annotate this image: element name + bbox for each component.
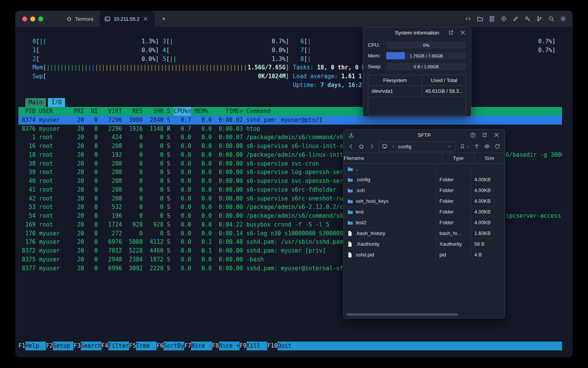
refresh-button[interactable] — [494, 143, 501, 150]
forward-button[interactable] — [368, 143, 375, 150]
close-tab-icon[interactable] — [144, 17, 147, 21]
path-breadcrumb[interactable]: config — [379, 141, 456, 151]
traffic-lights — [22, 16, 43, 21]
minimize-window-button[interactable] — [30, 16, 35, 21]
horizontal-scrollbar[interactable] — [347, 313, 501, 316]
file-row[interactable]: .configFolder4.00KB — [344, 174, 505, 185]
close-window-button[interactable] — [22, 16, 27, 21]
htop-tab-main[interactable]: Main — [25, 98, 46, 107]
cpu-meter-5: 5[||1.3%] — [163, 55, 289, 64]
computer-icon — [381, 143, 388, 150]
show-hidden-files-button[interactable] — [483, 143, 490, 150]
key-icon[interactable] — [524, 15, 531, 22]
swap-usage-row: Swap: 0 B / 1.00GB — [368, 63, 466, 70]
code-icon[interactable] — [465, 15, 472, 22]
file-row[interactable]: sshd.pidpid4 B — [344, 250, 505, 260]
path-segment[interactable]: config — [398, 144, 412, 150]
tab-session-active[interactable]: 10.211.55.2 — [100, 11, 155, 27]
fn-key-F3[interactable]: F3Search — [74, 342, 101, 350]
memory-meter: Mem[||||||||||||||||||||||||||||||||||||… — [33, 63, 289, 72]
column-header-CPU[interactable]: CPU%▽ — [174, 107, 191, 116]
bookmark-icon — [459, 143, 466, 150]
chevron-down-icon[interactable] — [446, 143, 453, 150]
file-row[interactable]: ssh_host_keysFolder4.00KB — [344, 196, 505, 207]
file-row[interactable]: testFolder4.00KB — [344, 207, 505, 217]
fn-key-F5[interactable]: F5Tree — [129, 342, 157, 350]
file-row[interactable]: .XauthorityXauthority58 B — [344, 239, 505, 250]
tab-termora-home[interactable]: Termora — [60, 11, 99, 27]
cpu-usage-row: CPU: 0% — [368, 41, 466, 49]
column-header-RES[interactable]: RES — [126, 107, 143, 116]
filesystem-row[interactable]: /dev/vda1 45.61GB / 58.3... — [368, 86, 466, 97]
fn-key-F9[interactable]: F9Kill — [240, 342, 267, 350]
column-header-S[interactable]: S — [167, 107, 170, 116]
file-row[interactable]: .bash_historybash_hi...1.60KB — [344, 228, 505, 239]
close-icon[interactable] — [459, 29, 466, 36]
swap-meter: Swp[0K/1024M] — [33, 72, 289, 81]
new-tab-button[interactable]: + — [159, 15, 168, 23]
fn-key-F8[interactable]: F8Nice + — [212, 342, 240, 350]
search-icon[interactable] — [548, 15, 555, 22]
file-row[interactable]: test2Folder4.00KB — [344, 217, 505, 228]
help-icon[interactable] — [469, 131, 476, 138]
cpu-meter-3: 3[|0.7%] — [163, 37, 289, 46]
swap-line: Swp[0K/1024M] Load average:1.61 1.08 0.6… — [15, 72, 573, 81]
record-icon[interactable] — [500, 15, 507, 22]
function-bar-fill — [298, 342, 562, 350]
fn-key-F1[interactable]: F1Help — [18, 342, 46, 350]
fn-key-F4[interactable]: F4Filter — [101, 342, 129, 350]
settings-icon[interactable] — [560, 15, 567, 22]
column-header-type[interactable]: Type — [442, 153, 474, 163]
open-in-window-icon[interactable] — [448, 29, 454, 36]
blank-line — [15, 90, 573, 99]
column-header-NI[interactable]: NI — [87, 107, 98, 116]
cpu-progress: 0% — [386, 41, 466, 49]
column-header-VIRT[interactable]: VIRT — [101, 107, 122, 116]
edit-icon[interactable] — [512, 15, 519, 22]
open-in-window-icon[interactable] — [481, 131, 488, 138]
column-header-MEM[interactable]: MEM% — [194, 107, 212, 116]
process-row[interactable]: 8374myuser200729639802840S0.70.00:00.02s… — [18, 116, 562, 125]
system-information-title-bar: System information — [363, 27, 471, 38]
titlebar: Termora 10.211.55.2 + — [15, 11, 573, 27]
fn-key-F7[interactable]: F7Nice - — [184, 342, 212, 350]
column-header-USER[interactable]: USER — [39, 107, 70, 116]
scrollbar-thumb[interactable] — [347, 313, 458, 316]
column-header-TIME+[interactable]: TIME+ — [215, 107, 243, 116]
chevron-right-icon — [390, 143, 397, 150]
swap-progress: 0 B / 1.00GB — [386, 63, 466, 70]
column-header-PID[interactable]: PID — [18, 107, 36, 116]
close-icon[interactable] — [493, 131, 500, 138]
home-button[interactable] — [358, 143, 365, 150]
download-icon[interactable] — [348, 131, 354, 138]
bookmark-button[interactable] — [459, 143, 470, 150]
back-button[interactable] — [348, 143, 354, 150]
htop-tabs: Main I/O — [15, 98, 573, 107]
fn-key-F6[interactable]: F6SortBy — [157, 342, 184, 350]
branch-icon[interactable] — [536, 15, 543, 22]
htop-tab-io[interactable]: I/O — [48, 98, 65, 107]
folder-icon — [347, 198, 353, 204]
function-key-bar: F1HelpF2SetupF3SearchF4FilterF5TreeF6Sor… — [18, 342, 562, 350]
file-row[interactable]: .. — [344, 164, 505, 174]
folder-icon[interactable] — [477, 15, 483, 22]
log-icon[interactable] — [488, 15, 495, 22]
file-row[interactable]: .sshFolder4.00KB — [344, 185, 505, 196]
zoom-window-button[interactable] — [38, 16, 43, 21]
column-header-PRI[interactable]: PRI — [74, 107, 84, 116]
system-information-panel: System information CPU: 0% Mem: 1.75GB /… — [363, 27, 471, 117]
terminal-icon — [104, 15, 111, 22]
memory-progress: 1.75GB / 7.65GB — [386, 52, 466, 59]
column-header-size[interactable]: Size — [474, 153, 505, 163]
caret-down-icon — [466, 143, 470, 150]
file-table: ...configFolder4.00KB.sshFolder4.00KBssh… — [344, 164, 505, 260]
filesystem-table: Filesystem Used / Total /dev/vda1 45.61G… — [368, 75, 466, 115]
up-directory-button[interactable] — [473, 143, 480, 150]
file-icon — [347, 252, 353, 258]
toolbar-icons — [465, 15, 567, 22]
column-header-filename[interactable]: Filename — [344, 153, 442, 163]
fn-key-F10[interactable]: F10Quit — [267, 342, 298, 350]
cpu-meters: 0[||1.3%]3[|0.7%]6[|0.7%]1[0.0%]4[0.0%]7… — [15, 37, 573, 63]
fn-key-F2[interactable]: F2Setup — [46, 342, 74, 350]
column-header-SHR[interactable]: SHR — [146, 107, 163, 116]
